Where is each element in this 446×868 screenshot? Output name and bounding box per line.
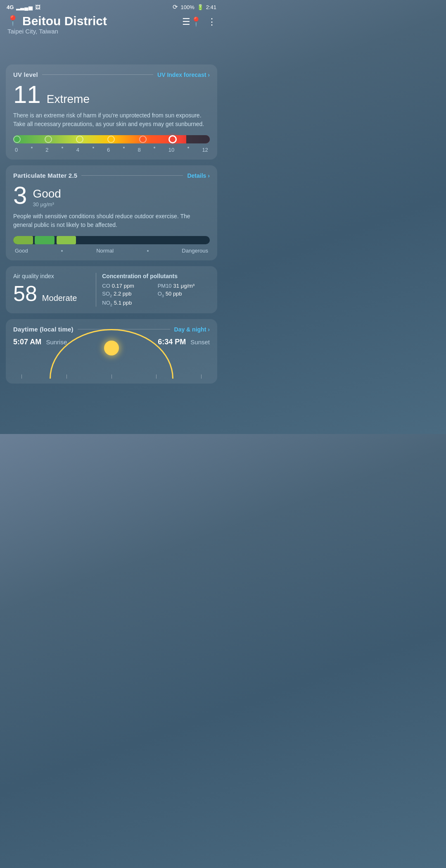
more-options-icon[interactable]: ⋮ bbox=[207, 17, 216, 27]
aqi-title: Air quality index bbox=[13, 273, 90, 279]
pollutant-co-value: 0.17 ppm bbox=[112, 283, 134, 289]
status-right: ⟳ 100% 🔋 2:41 bbox=[173, 3, 216, 11]
daytime-section: Daytime (local time) Day & night › 5:07 … bbox=[6, 319, 217, 384]
pm-bar-danger1 bbox=[143, 236, 163, 244]
header-region: Taipei City, Taiwan bbox=[7, 28, 107, 35]
sun-icon bbox=[104, 341, 119, 355]
pollutant-o3-name: O3 bbox=[158, 291, 164, 298]
pm-value-row: 3 Good 30 μg/m³ bbox=[13, 183, 210, 208]
pollutant-pm10-value: 31 μg/m³ bbox=[173, 283, 195, 289]
uv-scale-dot11 bbox=[187, 147, 189, 153]
header-spacer bbox=[0, 40, 223, 64]
daytime-chevron-icon: › bbox=[208, 326, 210, 333]
pollutant-o3-value: 50 ppb bbox=[166, 291, 182, 297]
header-city-row: 📍 Beitou District bbox=[7, 14, 107, 28]
tick-3 bbox=[112, 374, 112, 379]
uv-scale-dot9 bbox=[154, 147, 155, 153]
uv-scale-0: 0 bbox=[15, 147, 18, 153]
sunset-label: Sunset bbox=[190, 339, 210, 346]
aqi-status: Moderate bbox=[42, 293, 77, 303]
aqi-section: Air quality index 58 Moderate Concentrat… bbox=[6, 266, 217, 313]
uv-value-row: 11 Extreme bbox=[13, 82, 210, 107]
sunset-time: 6:34 PM bbox=[158, 338, 186, 346]
pollutants-title: Concentration of pollutants bbox=[102, 273, 210, 279]
uv-forecast-link[interactable]: UV Index forecast › bbox=[157, 72, 210, 78]
signal-type: 4G bbox=[7, 4, 14, 10]
pm-bar-track bbox=[13, 236, 210, 244]
header-location: 📍 Beitou District Taipei City, Taiwan bbox=[7, 14, 107, 35]
image-icon: 🖼 bbox=[35, 4, 40, 10]
aqi-row: Air quality index 58 Moderate Concentrat… bbox=[13, 273, 210, 307]
pm-chevron-icon: › bbox=[208, 172, 210, 179]
header: 📍 Beitou District Taipei City, Taiwan ☰📍… bbox=[0, 12, 223, 40]
uv-chevron-icon: › bbox=[208, 72, 210, 78]
aqi-right: Concentration of pollutants CO 0.17 ppm … bbox=[96, 273, 210, 307]
uv-section-header: UV level UV Index forecast › bbox=[13, 71, 210, 78]
uv-divider-line bbox=[42, 74, 153, 75]
pm-bar-normal2 bbox=[100, 236, 119, 244]
pollutant-co-name: CO bbox=[102, 283, 110, 289]
sunrise-block: 5:07 AM Sunrise bbox=[13, 338, 67, 346]
battery-icon: 🔋 bbox=[197, 4, 204, 10]
uv-slider-track bbox=[13, 135, 210, 143]
status-bar: 4G ▂▃▄▅ 🖼 ⟳ 100% 🔋 2:41 bbox=[0, 0, 223, 12]
uv-scale-dot1 bbox=[31, 147, 33, 153]
pm-section: Particulate Matter 2.5 Details › 3 Good … bbox=[6, 165, 217, 260]
pm-label-dangerous: Dangerous bbox=[182, 248, 208, 254]
pollutant-no2-name: NO2 bbox=[102, 300, 112, 307]
pm-bar-labels: Good Normal Dangerous bbox=[13, 248, 210, 254]
uv-scale-2: 2 bbox=[45, 147, 48, 153]
uv-scale-4: 4 bbox=[76, 147, 79, 153]
header-icons[interactable]: ☰📍 ⋮ bbox=[182, 17, 216, 27]
sun-arc-chart bbox=[13, 350, 210, 379]
tick-5 bbox=[201, 374, 202, 379]
pollutant-o3: O3 50 ppb bbox=[158, 291, 210, 298]
day-night-link[interactable]: Day & night › bbox=[174, 326, 210, 333]
pm-title: Particulate Matter 2.5 bbox=[13, 172, 77, 179]
pm-number: 3 bbox=[13, 183, 27, 208]
uv-scale-dot5 bbox=[93, 147, 94, 153]
uv-title: UV level bbox=[13, 71, 38, 78]
pm-details-link[interactable]: Details › bbox=[187, 172, 210, 179]
uv-scale-6: 6 bbox=[107, 147, 110, 153]
clock: 2:41 bbox=[206, 4, 216, 10]
city-name: Beitou District bbox=[22, 14, 107, 28]
pm-section-header: Particulate Matter 2.5 Details › bbox=[13, 172, 210, 179]
sunrise-label: Sunrise bbox=[46, 339, 67, 346]
pollutant-pm10-name: PM10 bbox=[158, 283, 172, 289]
rotate-icon: ⟳ bbox=[173, 3, 178, 11]
pm-divider-line bbox=[81, 175, 183, 176]
pollutant-so2: SO2 2.2 ppb bbox=[102, 291, 154, 298]
pm-label-good: Good bbox=[15, 248, 28, 254]
uv-scale-dot7 bbox=[123, 147, 125, 153]
location-pin-icon: 📍 bbox=[7, 15, 19, 26]
uv-scale-10: 10 bbox=[168, 147, 174, 153]
pm-unit: 30 μg/m³ bbox=[33, 201, 61, 207]
uv-scale-dot3 bbox=[62, 147, 63, 153]
pm-bar-good2 bbox=[35, 236, 55, 244]
uv-scale-12: 12 bbox=[202, 147, 208, 153]
uv-slider-dark-overlay bbox=[186, 135, 210, 143]
pollutants-grid: CO 0.17 ppm PM10 31 μg/m³ SO2 2.2 ppb O3… bbox=[102, 283, 210, 307]
status-left: 4G ▂▃▄▅ 🖼 bbox=[7, 4, 40, 10]
aqi-number: 58 bbox=[13, 283, 37, 304]
tick-2 bbox=[66, 374, 67, 379]
sun-tick-lines bbox=[13, 374, 210, 379]
pollutant-no2-value: 5.1 ppb bbox=[114, 300, 132, 306]
pm-description: People with sensitive conditions should … bbox=[13, 212, 210, 229]
aqi-left: Air quality index 58 Moderate bbox=[13, 273, 96, 307]
sunset-block: 6:34 PM Sunset bbox=[158, 338, 210, 346]
pm-bar-normal1 bbox=[78, 236, 98, 244]
pollutant-so2-value: 2.2 ppb bbox=[114, 291, 131, 297]
pollutant-pm10: PM10 31 μg/m³ bbox=[158, 283, 210, 289]
tick-4 bbox=[156, 374, 157, 379]
tick-1 bbox=[21, 374, 22, 379]
pm-label-dot1 bbox=[61, 248, 63, 254]
location-list-icon[interactable]: ☰📍 bbox=[182, 17, 202, 27]
pm-bar-danger2 bbox=[164, 236, 184, 244]
pollutant-co: CO 0.17 ppm bbox=[102, 283, 154, 289]
signal-bars-icon: ▂▃▄▅ bbox=[16, 4, 32, 10]
sunrise-time: 5:07 AM bbox=[13, 338, 41, 346]
uv-description: There is an extreme risk of harm if you'… bbox=[13, 111, 210, 129]
pm-label-normal: Normal bbox=[96, 248, 114, 254]
